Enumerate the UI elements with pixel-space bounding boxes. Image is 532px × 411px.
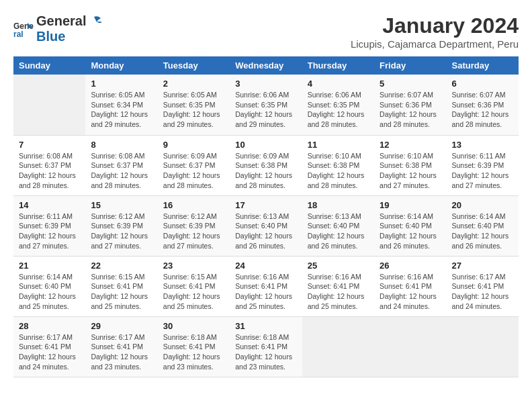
day-number: 12 (380, 140, 441, 150)
calendar-cell: 27Sunrise: 6:17 AMSunset: 6:41 PMDayligh… (447, 256, 519, 316)
day-info: Sunrise: 6:15 AMSunset: 6:41 PMDaylight:… (163, 272, 224, 312)
calendar-cell: 6Sunrise: 6:07 AMSunset: 6:36 PMDaylight… (447, 75, 519, 135)
day-number: 5 (380, 79, 441, 89)
calendar-cell: 23Sunrise: 6:15 AMSunset: 6:41 PMDayligh… (158, 256, 230, 316)
day-info: Sunrise: 6:13 AMSunset: 6:40 PMDaylight:… (235, 212, 296, 251)
day-info: Sunrise: 6:12 AMSunset: 6:39 PMDaylight:… (163, 212, 224, 251)
day-info: Sunrise: 6:10 AMSunset: 6:38 PMDaylight:… (380, 151, 441, 191)
weekday-header: Wednesday (230, 56, 302, 75)
day-number: 31 (235, 321, 296, 331)
calendar-cell (13, 75, 85, 135)
calendar-cell: 31Sunrise: 6:18 AMSunset: 6:41 PMDayligh… (230, 316, 302, 377)
calendar-cell: 10Sunrise: 6:09 AMSunset: 6:38 PMDayligh… (230, 135, 302, 195)
svg-rect-3 (28, 26, 33, 28)
day-number: 9 (163, 140, 224, 150)
page-header: Gene ral General Blue January 2024 Licup… (13, 13, 519, 50)
weekday-header: Friday (374, 56, 446, 75)
day-number: 24 (235, 261, 296, 271)
weekday-header: Monday (85, 56, 157, 75)
title-area: January 2024 Licupis, Cajamarca Departme… (351, 13, 519, 50)
day-number: 28 (19, 321, 80, 331)
day-number: 26 (380, 261, 441, 271)
day-info: Sunrise: 6:06 AMSunset: 6:35 PMDaylight:… (308, 90, 369, 130)
day-info: Sunrise: 6:06 AMSunset: 6:35 PMDaylight:… (235, 90, 296, 130)
day-number: 2 (163, 79, 224, 89)
day-number: 17 (235, 200, 296, 210)
day-number: 29 (91, 321, 152, 331)
svg-text:ral: ral (13, 30, 24, 39)
day-number: 22 (91, 261, 152, 271)
calendar-cell: 21Sunrise: 6:14 AMSunset: 6:40 PMDayligh… (13, 256, 85, 316)
calendar-cell: 9Sunrise: 6:09 AMSunset: 6:37 PMDaylight… (158, 135, 230, 195)
day-info: Sunrise: 6:13 AMSunset: 6:40 PMDaylight:… (308, 212, 369, 251)
calendar-cell: 16Sunrise: 6:12 AMSunset: 6:39 PMDayligh… (158, 195, 230, 256)
calendar-week-row: 7Sunrise: 6:08 AMSunset: 6:37 PMDaylight… (13, 135, 519, 195)
day-number: 1 (91, 79, 152, 89)
weekday-header: Thursday (302, 56, 374, 75)
day-info: Sunrise: 6:16 AMSunset: 6:41 PMDaylight:… (235, 272, 296, 312)
calendar-cell: 7Sunrise: 6:08 AMSunset: 6:37 PMDaylight… (13, 135, 85, 195)
logo-bird-icon (87, 14, 102, 29)
day-info: Sunrise: 6:09 AMSunset: 6:38 PMDaylight:… (235, 151, 296, 191)
calendar-cell: 28Sunrise: 6:17 AMSunset: 6:41 PMDayligh… (13, 316, 85, 377)
calendar-week-row: 1Sunrise: 6:05 AMSunset: 6:34 PMDaylight… (13, 75, 519, 135)
day-info: Sunrise: 6:18 AMSunset: 6:41 PMDaylight:… (163, 332, 224, 372)
calendar-cell: 8Sunrise: 6:08 AMSunset: 6:37 PMDaylight… (85, 135, 157, 195)
calendar-week-row: 28Sunrise: 6:17 AMSunset: 6:41 PMDayligh… (13, 316, 519, 377)
calendar-header: SundayMondayTuesdayWednesdayThursdayFrid… (13, 56, 519, 75)
weekday-header: Tuesday (158, 56, 230, 75)
calendar-cell (302, 316, 374, 377)
calendar-cell: 22Sunrise: 6:15 AMSunset: 6:41 PMDayligh… (85, 256, 157, 316)
calendar-week-row: 21Sunrise: 6:14 AMSunset: 6:40 PMDayligh… (13, 256, 519, 316)
day-number: 30 (163, 321, 224, 331)
calendar-week-row: 14Sunrise: 6:11 AMSunset: 6:39 PMDayligh… (13, 195, 519, 256)
logo: Gene ral General Blue (13, 13, 102, 44)
day-number: 14 (19, 200, 80, 210)
calendar-cell: 17Sunrise: 6:13 AMSunset: 6:40 PMDayligh… (230, 195, 302, 256)
day-info: Sunrise: 6:16 AMSunset: 6:41 PMDaylight:… (380, 272, 441, 312)
page-subtitle: Licupis, Cajamarca Department, Peru (351, 38, 519, 50)
day-info: Sunrise: 6:14 AMSunset: 6:40 PMDaylight:… (452, 212, 513, 251)
day-number: 10 (235, 140, 296, 150)
calendar-cell (374, 316, 446, 377)
calendar-cell: 2Sunrise: 6:05 AMSunset: 6:35 PMDaylight… (158, 75, 230, 135)
day-info: Sunrise: 6:17 AMSunset: 6:41 PMDaylight:… (19, 332, 80, 372)
calendar-cell: 11Sunrise: 6:10 AMSunset: 6:38 PMDayligh… (302, 135, 374, 195)
calendar-cell: 19Sunrise: 6:14 AMSunset: 6:40 PMDayligh… (374, 195, 446, 256)
calendar-cell: 3Sunrise: 6:06 AMSunset: 6:35 PMDaylight… (230, 75, 302, 135)
day-number: 15 (91, 200, 152, 210)
day-number: 27 (452, 261, 513, 271)
calendar-cell: 30Sunrise: 6:18 AMSunset: 6:41 PMDayligh… (158, 316, 230, 377)
day-info: Sunrise: 6:18 AMSunset: 6:41 PMDaylight:… (235, 332, 296, 372)
day-info: Sunrise: 6:11 AMSunset: 6:39 PMDaylight:… (19, 212, 80, 251)
day-number: 8 (91, 140, 152, 150)
day-info: Sunrise: 6:08 AMSunset: 6:37 PMDaylight:… (91, 151, 152, 191)
day-info: Sunrise: 6:07 AMSunset: 6:36 PMDaylight:… (380, 90, 441, 130)
day-number: 7 (19, 140, 80, 150)
day-number: 19 (380, 200, 441, 210)
day-number: 18 (308, 200, 369, 210)
day-info: Sunrise: 6:05 AMSunset: 6:34 PMDaylight:… (91, 90, 152, 130)
calendar-cell: 26Sunrise: 6:16 AMSunset: 6:41 PMDayligh… (374, 256, 446, 316)
day-info: Sunrise: 6:09 AMSunset: 6:37 PMDaylight:… (163, 151, 224, 191)
day-info: Sunrise: 6:11 AMSunset: 6:39 PMDaylight:… (452, 151, 513, 191)
day-info: Sunrise: 6:10 AMSunset: 6:38 PMDaylight:… (308, 151, 369, 191)
day-info: Sunrise: 6:16 AMSunset: 6:41 PMDaylight:… (308, 272, 369, 312)
day-info: Sunrise: 6:17 AMSunset: 6:41 PMDaylight:… (91, 332, 152, 372)
logo-icon: Gene ral (13, 19, 34, 39)
calendar-table: SundayMondayTuesdayWednesdayThursdayFrid… (13, 56, 519, 377)
day-number: 4 (308, 79, 369, 89)
day-number: 16 (163, 200, 224, 210)
calendar-cell: 20Sunrise: 6:14 AMSunset: 6:40 PMDayligh… (447, 195, 519, 256)
logo-text-general: General (36, 13, 86, 29)
day-number: 23 (163, 261, 224, 271)
calendar-cell: 25Sunrise: 6:16 AMSunset: 6:41 PMDayligh… (302, 256, 374, 316)
page-title: January 2024 (351, 13, 519, 38)
day-number: 21 (19, 261, 80, 271)
day-info: Sunrise: 6:14 AMSunset: 6:40 PMDaylight:… (380, 212, 441, 251)
calendar-cell: 15Sunrise: 6:12 AMSunset: 6:39 PMDayligh… (85, 195, 157, 256)
day-info: Sunrise: 6:14 AMSunset: 6:40 PMDaylight:… (19, 272, 80, 312)
day-info: Sunrise: 6:07 AMSunset: 6:36 PMDaylight:… (452, 90, 513, 130)
day-info: Sunrise: 6:12 AMSunset: 6:39 PMDaylight:… (91, 212, 152, 251)
calendar-cell: 12Sunrise: 6:10 AMSunset: 6:38 PMDayligh… (374, 135, 446, 195)
